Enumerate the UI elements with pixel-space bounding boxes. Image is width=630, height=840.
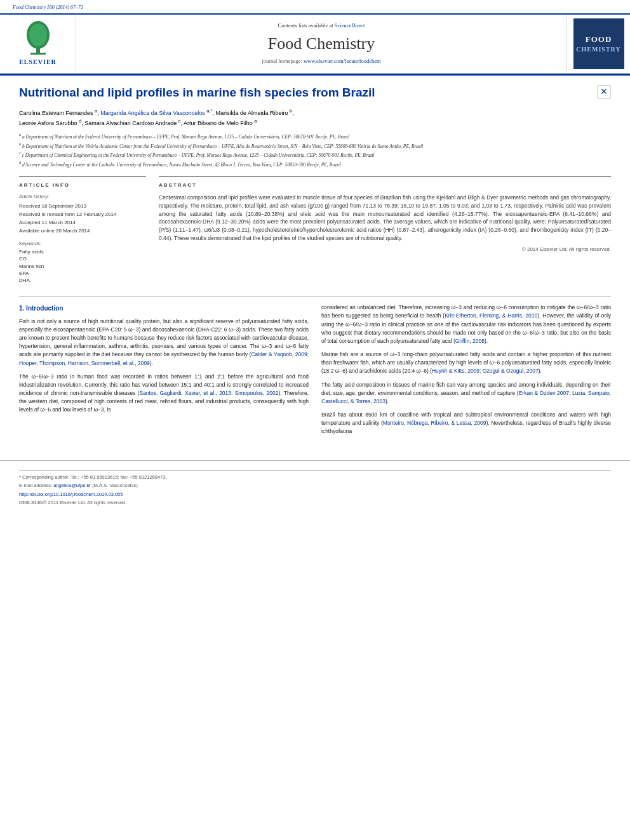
- crossmark-icon[interactable]: ✕: [597, 85, 611, 99]
- article-info-abstract: ARTICLE INFO Article history: Received 1…: [19, 176, 611, 289]
- issn-note: 0308-8146/© 2014 Elsevier Ltd. All right…: [19, 500, 611, 507]
- section-divider: [19, 297, 611, 297]
- keyword-epa: EPA: [19, 270, 29, 276]
- ref-griffin[interactable]: Griffin, 2008: [455, 338, 485, 344]
- body-right-col: considered an unbalanced diet. Therefore…: [321, 303, 611, 441]
- doi-note: http://dx.doi.org/10.1016/j.foodchem.201…: [19, 491, 611, 498]
- body-para-5: The fatty acid composition in tissues of…: [321, 381, 611, 406]
- header: Food Chemistry 160 (2014) 67–71: [0, 0, 630, 15]
- keywords-list: Fatty acids CG Marine fish EPA DHA: [19, 248, 146, 284]
- page: Food Chemistry 160 (2014) 67–71 ELSEVIER: [0, 0, 630, 840]
- history-group: Article history: Received 18 September 2…: [19, 194, 146, 236]
- banner-center: Contents lists available at ScienceDirec…: [76, 15, 566, 73]
- received-date: Received 18 September 2013: [19, 203, 86, 209]
- body-para-6: Brazil has about 8500 km of coastline wi…: [321, 411, 611, 436]
- elsevier-logo-section: ELSEVIER: [0, 15, 76, 73]
- sciencedirect-link[interactable]: ScienceDirect: [335, 22, 365, 29]
- body-para-3: considered an unbalanced diet. Therefore…: [321, 303, 611, 345]
- ref-monteiro[interactable]: Monteiro, Nóbrega, Ribeiro, & Lessa, 200…: [383, 420, 486, 426]
- ref-erkan[interactable]: Erkan & Özden 2007; Luzia, Sampaio, Cast…: [321, 390, 611, 404]
- affil-b: b b Department of Nutrition at the Vitór…: [19, 142, 611, 150]
- body-para-2: The ω−6/ω−3 ratio in human food was reco…: [19, 373, 309, 415]
- journal-name-banner: Food Chemistry: [268, 32, 375, 55]
- keywords-label: Keywords:: [19, 241, 146, 248]
- elsevier-logo: ELSEVIER: [19, 21, 57, 67]
- corresponding-author-note: * Corresponding author. Tel.: +55 81 869…: [19, 474, 611, 481]
- elsevier-text: ELSEVIER: [19, 58, 57, 67]
- food-chem-logo-chemistry: CHEMISTRY: [576, 45, 620, 54]
- affiliations: a a Department of Nutrition at the Feder…: [19, 132, 611, 168]
- article-info: ARTICLE INFO Article history: Received 1…: [19, 176, 146, 284]
- ref-huynh[interactable]: Huynh & Kitts, 2009; Ozogul & Ozogul, 20…: [432, 368, 539, 374]
- main-content: Nutritional and lipid profiles in marine…: [0, 76, 630, 450]
- article-info-col: ARTICLE INFO Article history: Received 1…: [19, 176, 146, 289]
- footer: * Corresponding author. Tel.: +55 81 869…: [0, 460, 630, 512]
- online-date: Available online 20 March 2014: [19, 228, 90, 234]
- article-title: Nutritional and lipid profiles in marine…: [19, 85, 375, 101]
- body-para-1: Fish is not only a source of high nutrit…: [19, 317, 309, 368]
- title-row: Nutritional and lipid profiles in marine…: [19, 85, 611, 107]
- affil-d: d d Science and Technology Center at the…: [19, 160, 611, 168]
- body-left-col: 1. Introduction Fish is not only a sourc…: [19, 303, 309, 441]
- article-info-title: ARTICLE INFO: [19, 182, 146, 189]
- homepage-link[interactable]: www.elsevier.com/locate/foodchem: [304, 58, 381, 64]
- contents-line: Contents lists available at ScienceDirec…: [278, 22, 365, 30]
- body-content: 1. Introduction Fish is not only a sourc…: [19, 303, 611, 441]
- footer-divider: [19, 470, 611, 471]
- keyword-fatty-acids: Fatty acids: [19, 249, 44, 255]
- email-note: E-mail address: angelica@ufpe.br (M.Á.S.…: [19, 483, 611, 490]
- copyright: © 2014 Elsevier Ltd. All rights reserved…: [159, 246, 611, 253]
- keywords-group: Keywords: Fatty acids CG Marine fish EPA…: [19, 241, 146, 284]
- history-label: Article history:: [19, 194, 146, 201]
- author-vasconcelos[interactable]: Margarida Angélica da Silva Vasconcelos: [100, 110, 204, 116]
- food-chem-logo: FOOD CHEMISTRY: [573, 18, 624, 69]
- food-chem-logo-section: FOOD CHEMISTRY: [566, 15, 630, 73]
- accepted-date: Accepted 11 March 2014: [19, 220, 76, 225]
- doi-link[interactable]: http://dx.doi.org/10.1016/j.foodchem.201…: [19, 491, 123, 497]
- email-link[interactable]: angelica@ufpe.br: [53, 483, 91, 488]
- svg-point-3: [29, 23, 47, 46]
- keyword-cg: CG: [19, 256, 27, 262]
- affil-a: a a Department of Nutrition at the Feder…: [19, 132, 611, 140]
- ref-kris[interactable]: Kris-Etherton, Fleming, & Harris, 2010: [445, 312, 537, 319]
- elsevier-tree-icon: [19, 21, 57, 56]
- food-chem-logo-food: FOOD: [586, 34, 612, 45]
- authors: Carolina Estevam Fernandes a, Margarida …: [19, 107, 611, 128]
- abstract-box: ABSTRACT Centesimal composition and lipi…: [159, 176, 611, 253]
- intro-heading: 1. Introduction: [19, 303, 309, 314]
- journal-ref: Food Chemistry 160 (2014) 67–71: [13, 4, 83, 11]
- affil-c: c c Department of Chemical Engineering a…: [19, 150, 611, 159]
- abstract-col: ABSTRACT Centesimal composition and lipi…: [159, 176, 611, 289]
- journal-homepage: journal homepage: www.elsevier.com/locat…: [262, 58, 380, 65]
- abstract-title: ABSTRACT: [159, 182, 611, 189]
- abstract-text: Centesimal composition and lipid profile…: [159, 194, 611, 243]
- ref-calder[interactable]: Calder & Yaqoob, 2009; Hooper, Thompson,…: [19, 351, 309, 366]
- keyword-marine-fish: Marine fish: [19, 263, 44, 269]
- body-para-4: Marine fish are a source of ω−3 long-cha…: [321, 350, 611, 376]
- ref-santos[interactable]: Santos, Gagliardi, Xavier, et al., 2013;…: [139, 390, 278, 396]
- top-banner: ELSEVIER Contents lists available at Sci…: [0, 15, 630, 74]
- svg-rect-1: [30, 53, 46, 55]
- keyword-dha: DHA: [19, 277, 30, 283]
- revised-date: Received in revised form 12 February 201…: [19, 211, 116, 217]
